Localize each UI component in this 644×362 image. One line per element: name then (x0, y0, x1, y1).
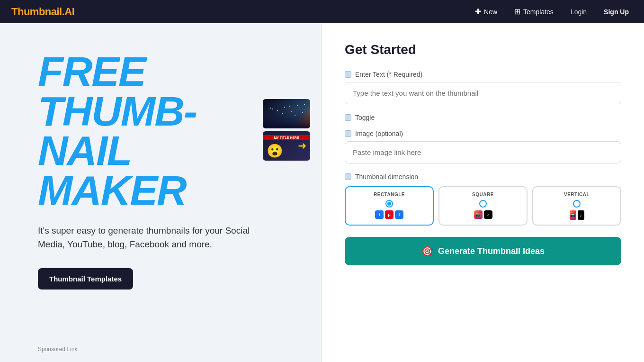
dimension-rectangle[interactable]: RECTANGLE f p f (345, 186, 434, 226)
text-input[interactable] (345, 82, 621, 104)
hero-title-line4: MAKER (38, 171, 298, 210)
dimension-label-indicator (345, 173, 351, 180)
facebook2-icon: f (395, 210, 403, 219)
square-icons: 📷 ♪ (474, 210, 492, 219)
image-label: Image (optional) (345, 130, 621, 137)
vertical-icons: 📷 ♪ (570, 210, 584, 220)
login-label: Login (571, 8, 587, 16)
facebook-icon: f (375, 210, 384, 219)
dimension-section: Thumbnail dimension RECTANGLE f p f SQUA… (345, 173, 621, 226)
right-panel: Get Started Enter Text (* Required) Togg… (322, 23, 644, 362)
generate-icon: 🎯 (421, 245, 433, 257)
hero-title: FREE THUMB- NAIL MAKER (38, 52, 298, 210)
generate-button[interactable]: 🎯 Generate Thumbnail Ideas (345, 237, 621, 265)
rectangle-icons: f p f (375, 210, 403, 219)
square-radio (479, 200, 487, 208)
image-label-indicator (345, 130, 351, 137)
hero-title-line2: THUMB- (38, 91, 298, 131)
get-started-title: Get Started (345, 42, 621, 57)
plus-icon: ✚ (475, 7, 481, 16)
city-lights (265, 103, 308, 122)
reaction-arrow: ➜ (298, 140, 306, 152)
templates-icon: ⊞ (514, 7, 520, 16)
text-input-section: Enter Text (* Required) (345, 71, 621, 104)
instagram-vertical-icon: 📷 (570, 210, 576, 220)
image-label-text: Image (optional) (355, 130, 403, 137)
signup-button[interactable]: Sign Up (600, 6, 633, 18)
dimension-square[interactable]: SQUARE 📷 ♪ (438, 186, 528, 226)
hero-title-line3: NAIL (38, 131, 298, 171)
generate-label: Generate Thumbnail Ideas (438, 246, 545, 256)
new-button[interactable]: ✚ New (471, 5, 501, 18)
page-layout: FREE THUMB- NAIL MAKER It's super easy t… (0, 23, 644, 362)
hero-subtitle: It's super easy to generate thumbnails f… (38, 224, 251, 251)
logo[interactable]: Thumbnail.AI (11, 6, 74, 18)
vertical-label: VERTICAL (564, 192, 590, 197)
logo-thumbnail: Thumbnail (11, 6, 62, 18)
navbar: Thumbnail.AI ✚ New ⊞ Templates Login Sig… (0, 0, 644, 23)
dimension-label-text: Thumbnail dimension (355, 173, 418, 181)
new-label: New (484, 8, 497, 16)
rectangle-radio (385, 200, 393, 208)
tiktok-square-icon: ♪ (484, 210, 492, 219)
sponsored-link: Sponsored Link (38, 346, 77, 353)
toggle-label: Toggle (355, 114, 375, 121)
rectangle-label: RECTANGLE (374, 192, 405, 197)
pinterest-icon: p (385, 210, 394, 219)
instagram-square-icon: 📷 (474, 210, 483, 219)
tiktok-vertical-icon: ♪ (578, 210, 584, 220)
preview-city-thumbnail (263, 99, 310, 128)
dimension-vertical[interactable]: VERTICAL 📷 ♪ (532, 186, 621, 226)
text-label-indicator (345, 71, 351, 78)
templates-label: Templates (523, 8, 554, 16)
square-label: SQUARE (472, 192, 494, 197)
dimension-options: RECTANGLE f p f SQUARE 📷 ♪ (345, 186, 621, 226)
signup-label: Sign Up (604, 8, 629, 16)
image-input[interactable] (345, 141, 621, 163)
toggle-row: Toggle (345, 114, 621, 121)
templates-button[interactable]: ⊞ Templates (510, 5, 557, 18)
image-input-section: Image (optional) (345, 130, 621, 163)
text-label: Enter Text (* Required) (345, 71, 621, 78)
thumbnail-templates-button[interactable]: Thumbnail Templates (38, 268, 133, 290)
preview-reaction-thumbnail: my title here ➜ (263, 131, 310, 161)
login-button[interactable]: Login (567, 6, 590, 18)
hero-title-line1: FREE (38, 52, 298, 91)
dimension-label: Thumbnail dimension (345, 173, 621, 181)
left-panel: FREE THUMB- NAIL MAKER It's super easy t… (0, 23, 322, 362)
text-label-text: Enter Text (* Required) (355, 71, 422, 78)
thumbnail-previews: my title here ➜ (263, 99, 310, 161)
vertical-radio (573, 200, 581, 208)
toggle-indicator (345, 114, 351, 121)
logo-ai: .AI (62, 6, 75, 18)
